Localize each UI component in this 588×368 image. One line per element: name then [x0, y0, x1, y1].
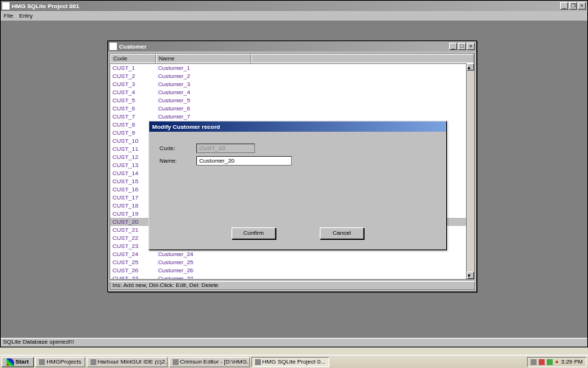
cell-name: Customer_26 [156, 266, 251, 275]
minimize-button[interactable]: _ [449, 43, 457, 50]
cell-name: Customer_25 [156, 258, 251, 266]
table-row[interactable]: CUST_1Customer_1 [110, 64, 474, 72]
cell-code: CUST_26 [110, 266, 156, 275]
close-button[interactable]: × [467, 43, 475, 50]
cell-code: CUST_1 [110, 64, 156, 72]
cell-code: CUST_4 [110, 88, 156, 96]
app-statusbar: SQLite Database opened!!! [1, 338, 587, 347]
menu-file[interactable]: File [4, 13, 13, 19]
app-window: HMG SQLite Project 001 _ ❐ × File Entry … [0, 0, 588, 347]
table-row[interactable]: CUST_24Customer_24 [110, 250, 474, 258]
task-button[interactable]: HMG SQLite Project 0... [251, 357, 329, 367]
cell-name: Customer_5 [156, 96, 251, 105]
cell-code: CUST_7 [110, 113, 156, 121]
table-row[interactable]: CUST_3Customer_3 [110, 80, 474, 88]
grid-header: Code Name [110, 54, 474, 64]
col-name[interactable]: Name [156, 54, 251, 63]
app-title: HMG SQLite Project 001 [12, 3, 560, 10]
start-button[interactable]: Start [1, 357, 34, 367]
task-icon [39, 359, 45, 365]
modify-dialog: Modify Customer record Code: Name: Confi… [148, 121, 447, 250]
name-field[interactable] [196, 156, 292, 166]
cell-code: CUST_2 [110, 72, 156, 80]
table-row[interactable]: CUST_27Customer_27 [110, 275, 474, 280]
task-label: Harbour MiniGUI IDE (c)2... [98, 358, 168, 365]
cell-code: CUST_27 [110, 275, 156, 280]
table-row[interactable]: CUST_7Customer_7 [110, 113, 474, 121]
table-row[interactable]: CUST_25Customer_25 [110, 258, 474, 266]
cell-code: CUST_3 [110, 80, 156, 88]
clock[interactable]: 3:29 PM [561, 358, 583, 365]
cell-code: CUST_25 [110, 258, 156, 266]
cell-code: CUST_6 [110, 105, 156, 113]
cell-code: CUST_5 [110, 96, 156, 105]
cancel-button[interactable]: Cancel [320, 227, 364, 239]
maximize-button[interactable]: □ [458, 43, 466, 50]
customer-title: Customer [119, 43, 449, 50]
cell-name: Customer_3 [156, 80, 251, 88]
cell-name: Customer_6 [156, 105, 251, 113]
menubar: File Entry [1, 11, 587, 21]
customer-statusbar: Ins: Add new, Dbl-Click: Edit, Del: Dele… [110, 281, 475, 290]
scrollbar[interactable]: ▴ ▾ [466, 63, 474, 279]
task-button[interactable]: Crimson Editor - [D:\HMG... [169, 357, 250, 367]
table-row[interactable]: CUST_6Customer_6 [110, 105, 474, 113]
tray-icon[interactable] [531, 359, 537, 365]
minimize-button[interactable]: _ [560, 2, 568, 10]
tray-icon[interactable] [539, 359, 545, 365]
customer-titlebar[interactable]: Customer _ □ × [108, 41, 476, 52]
close-button[interactable]: × [578, 2, 586, 10]
cell-code: CUST_24 [110, 250, 156, 258]
scroll-down-button[interactable]: ▾ [467, 272, 474, 279]
code-label: Code: [159, 145, 196, 152]
cell-name: Customer_2 [156, 72, 251, 80]
start-label: Start [15, 358, 29, 365]
name-label: Name: [159, 158, 196, 164]
tray-icon[interactable] [547, 359, 553, 365]
app-icon [2, 2, 10, 10]
task-icon [90, 359, 96, 365]
maximize-button[interactable]: ❐ [569, 2, 577, 10]
cell-name: Customer_27 [156, 275, 251, 280]
table-row[interactable]: CUST_2Customer_2 [110, 72, 474, 80]
task-label: HMGProjects [46, 358, 82, 365]
modify-title: Modify Customer record [151, 124, 445, 130]
system-tray[interactable]: ● 3:29 PM [527, 357, 587, 367]
cell-name: Customer_7 [156, 113, 251, 121]
menu-entry[interactable]: Entry [19, 13, 33, 19]
table-row[interactable]: CUST_4Customer_4 [110, 88, 474, 96]
task-label: HMG SQLite Project 0... [262, 358, 326, 365]
taskbar: Start HMGProjectsHarbour MiniGUI IDE (c)… [0, 355, 588, 368]
tray-indicator: ● [555, 358, 559, 365]
table-row[interactable]: CUST_26Customer_26 [110, 266, 474, 275]
task-label: Crimson Editor - [D:\HMG... [180, 358, 250, 365]
cell-name: Customer_4 [156, 88, 251, 96]
modify-titlebar[interactable]: Modify Customer record [149, 121, 446, 132]
code-field [196, 144, 255, 153]
cell-name: Customer_1 [156, 64, 251, 72]
app-titlebar[interactable]: HMG SQLite Project 001 _ ❐ × [1, 1, 587, 11]
windows-icon [7, 358, 14, 366]
task-button[interactable]: HMGProjects [35, 357, 85, 367]
task-buttons: HMGProjectsHarbour MiniGUI IDE (c)2...Cr… [35, 357, 329, 367]
scroll-up-button[interactable]: ▴ [467, 63, 474, 71]
cell-name: Customer_24 [156, 250, 251, 258]
table-row[interactable]: CUST_5Customer_5 [110, 96, 474, 105]
task-icon [255, 359, 261, 365]
col-code[interactable]: Code [110, 54, 156, 63]
task-button[interactable]: Harbour MiniGUI IDE (c)2... [87, 357, 168, 367]
window-icon [110, 43, 117, 50]
task-icon [173, 359, 179, 365]
col-blank [251, 54, 474, 63]
confirm-button[interactable]: Confirm [232, 227, 276, 239]
